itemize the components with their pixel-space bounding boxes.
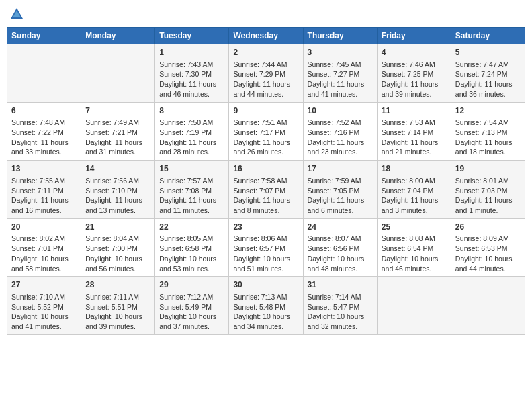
calendar-cell: 30Sunrise: 7:13 AMSunset: 5:48 PMDayligh… xyxy=(229,277,303,335)
day-info: Sunrise: 7:46 AMSunset: 7:25 PMDaylight:… xyxy=(382,60,447,99)
day-info: Sunrise: 7:48 AMSunset: 7:22 PMDaylight:… xyxy=(11,118,77,157)
calendar-cell: 25Sunrise: 8:08 AMSunset: 6:54 PMDayligh… xyxy=(377,218,451,277)
day-info: Sunrise: 8:02 AMSunset: 7:01 PMDaylight:… xyxy=(11,234,77,273)
calendar-cell: 26Sunrise: 8:09 AMSunset: 6:53 PMDayligh… xyxy=(451,218,525,277)
day-info: Sunrise: 8:09 AMSunset: 6:53 PMDaylight:… xyxy=(455,234,521,273)
calendar-cell: 15Sunrise: 7:57 AMSunset: 7:08 PMDayligh… xyxy=(155,161,229,219)
col-header-wednesday: Wednesday xyxy=(229,28,303,44)
day-number: 23 xyxy=(233,222,298,233)
day-number: 28 xyxy=(85,279,150,291)
day-number: 30 xyxy=(233,279,298,291)
logo-icon xyxy=(9,7,24,21)
calendar-cell: 2Sunrise: 7:44 AMSunset: 7:29 PMDaylight… xyxy=(229,44,303,103)
calendar-cell: 18Sunrise: 8:00 AMSunset: 7:04 PMDayligh… xyxy=(377,161,451,219)
calendar-cell: 8Sunrise: 7:50 AMSunset: 7:19 PMDaylight… xyxy=(155,102,229,161)
logo xyxy=(9,7,26,21)
day-number: 9 xyxy=(233,105,298,117)
day-info: Sunrise: 7:44 AMSunset: 7:29 PMDaylight:… xyxy=(233,60,298,99)
day-info: Sunrise: 7:13 AMSunset: 5:48 PMDaylight:… xyxy=(233,292,298,332)
calendar-cell: 19Sunrise: 8:01 AMSunset: 7:03 PMDayligh… xyxy=(451,161,525,219)
calendar-cell: 22Sunrise: 8:05 AMSunset: 6:58 PMDayligh… xyxy=(155,218,229,277)
day-number: 18 xyxy=(382,163,447,175)
day-number: 5 xyxy=(455,47,521,58)
week-row-2: 6Sunrise: 7:48 AMSunset: 7:22 PMDaylight… xyxy=(7,102,525,161)
day-info: Sunrise: 8:07 AMSunset: 6:56 PMDaylight:… xyxy=(308,234,373,273)
calendar-cell: 23Sunrise: 8:06 AMSunset: 6:57 PMDayligh… xyxy=(229,218,303,277)
day-info: Sunrise: 7:14 AMSunset: 5:47 PMDaylight:… xyxy=(308,292,373,332)
day-info: Sunrise: 7:11 AMSunset: 5:51 PMDaylight:… xyxy=(85,292,150,332)
day-number: 10 xyxy=(308,105,373,117)
calendar-cell xyxy=(451,277,525,335)
day-number: 22 xyxy=(159,222,224,233)
day-info: Sunrise: 7:51 AMSunset: 7:17 PMDaylight:… xyxy=(233,118,298,157)
calendar-cell: 12Sunrise: 7:54 AMSunset: 7:13 PMDayligh… xyxy=(451,102,525,161)
day-number: 27 xyxy=(11,279,77,291)
day-number: 1 xyxy=(159,47,224,58)
calendar-cell: 6Sunrise: 7:48 AMSunset: 7:22 PMDaylight… xyxy=(7,102,81,161)
day-number: 3 xyxy=(308,47,373,58)
day-info: Sunrise: 8:01 AMSunset: 7:03 PMDaylight:… xyxy=(455,176,521,216)
day-info: Sunrise: 7:10 AMSunset: 5:52 PMDaylight:… xyxy=(11,292,77,332)
day-number: 12 xyxy=(455,105,521,117)
day-info: Sunrise: 8:08 AMSunset: 6:54 PMDaylight:… xyxy=(382,234,447,273)
calendar-cell: 1Sunrise: 7:43 AMSunset: 7:30 PMDaylight… xyxy=(155,44,229,103)
calendar-cell xyxy=(7,44,81,103)
day-info: Sunrise: 7:47 AMSunset: 7:24 PMDaylight:… xyxy=(455,60,521,99)
calendar-cell: 17Sunrise: 7:59 AMSunset: 7:05 PMDayligh… xyxy=(303,161,377,219)
col-header-monday: Monday xyxy=(81,28,155,44)
day-number: 31 xyxy=(308,279,373,291)
day-number: 19 xyxy=(455,163,521,175)
day-number: 26 xyxy=(455,222,521,233)
week-row-4: 20Sunrise: 8:02 AMSunset: 7:01 PMDayligh… xyxy=(7,218,525,277)
day-number: 25 xyxy=(382,222,447,233)
col-header-friday: Friday xyxy=(377,28,451,44)
week-row-1: 1Sunrise: 7:43 AMSunset: 7:30 PMDaylight… xyxy=(7,44,525,103)
day-info: Sunrise: 7:54 AMSunset: 7:13 PMDaylight:… xyxy=(455,118,521,157)
day-info: Sunrise: 7:12 AMSunset: 5:49 PMDaylight:… xyxy=(159,292,224,332)
calendar-cell: 10Sunrise: 7:52 AMSunset: 7:16 PMDayligh… xyxy=(303,102,377,161)
day-number: 11 xyxy=(382,105,447,117)
calendar-cell: 28Sunrise: 7:11 AMSunset: 5:51 PMDayligh… xyxy=(81,277,155,335)
calendar-cell: 21Sunrise: 8:04 AMSunset: 7:00 PMDayligh… xyxy=(81,218,155,277)
day-info: Sunrise: 8:00 AMSunset: 7:04 PMDaylight:… xyxy=(382,176,447,216)
day-info: Sunrise: 7:57 AMSunset: 7:08 PMDaylight:… xyxy=(159,176,224,216)
day-info: Sunrise: 7:53 AMSunset: 7:14 PMDaylight:… xyxy=(382,118,447,157)
calendar-cell: 13Sunrise: 7:55 AMSunset: 7:11 PMDayligh… xyxy=(7,161,81,219)
day-info: Sunrise: 8:05 AMSunset: 6:58 PMDaylight:… xyxy=(159,234,224,273)
page-header xyxy=(7,7,525,21)
day-info: Sunrise: 7:56 AMSunset: 7:10 PMDaylight:… xyxy=(85,176,150,216)
calendar-cell: 27Sunrise: 7:10 AMSunset: 5:52 PMDayligh… xyxy=(7,277,81,335)
day-number: 6 xyxy=(11,105,77,117)
day-number: 29 xyxy=(159,279,224,291)
day-number: 2 xyxy=(233,47,298,58)
calendar-cell: 5Sunrise: 7:47 AMSunset: 7:24 PMDaylight… xyxy=(451,44,525,103)
calendar-cell: 20Sunrise: 8:02 AMSunset: 7:01 PMDayligh… xyxy=(7,218,81,277)
calendar-cell xyxy=(81,44,155,103)
calendar-cell: 29Sunrise: 7:12 AMSunset: 5:49 PMDayligh… xyxy=(155,277,229,335)
calendar-cell: 14Sunrise: 7:56 AMSunset: 7:10 PMDayligh… xyxy=(81,161,155,219)
day-info: Sunrise: 7:55 AMSunset: 7:11 PMDaylight:… xyxy=(11,176,77,216)
day-info: Sunrise: 7:50 AMSunset: 7:19 PMDaylight:… xyxy=(159,118,224,157)
day-info: Sunrise: 8:06 AMSunset: 6:57 PMDaylight:… xyxy=(233,234,298,273)
calendar-cell: 9Sunrise: 7:51 AMSunset: 7:17 PMDaylight… xyxy=(229,102,303,161)
col-header-tuesday: Tuesday xyxy=(155,28,229,44)
day-number: 24 xyxy=(308,222,373,233)
day-number: 15 xyxy=(159,163,224,175)
day-info: Sunrise: 7:59 AMSunset: 7:05 PMDaylight:… xyxy=(308,176,373,216)
day-info: Sunrise: 7:58 AMSunset: 7:07 PMDaylight:… xyxy=(233,176,298,216)
calendar-cell: 16Sunrise: 7:58 AMSunset: 7:07 PMDayligh… xyxy=(229,161,303,219)
header-row: SundayMondayTuesdayWednesdayThursdayFrid… xyxy=(7,28,525,44)
day-number: 4 xyxy=(382,47,447,58)
calendar-cell xyxy=(377,277,451,335)
week-row-3: 13Sunrise: 7:55 AMSunset: 7:11 PMDayligh… xyxy=(7,161,525,219)
day-number: 13 xyxy=(11,163,77,175)
col-header-saturday: Saturday xyxy=(451,28,525,44)
day-info: Sunrise: 8:04 AMSunset: 7:00 PMDaylight:… xyxy=(85,234,150,273)
day-info: Sunrise: 7:49 AMSunset: 7:21 PMDaylight:… xyxy=(85,118,150,157)
day-number: 21 xyxy=(85,222,150,233)
col-header-thursday: Thursday xyxy=(303,28,377,44)
calendar-table: SundayMondayTuesdayWednesdayThursdayFrid… xyxy=(7,27,525,335)
calendar-cell: 11Sunrise: 7:53 AMSunset: 7:14 PMDayligh… xyxy=(377,102,451,161)
day-number: 8 xyxy=(159,105,224,117)
day-info: Sunrise: 7:43 AMSunset: 7:30 PMDaylight:… xyxy=(159,60,224,99)
